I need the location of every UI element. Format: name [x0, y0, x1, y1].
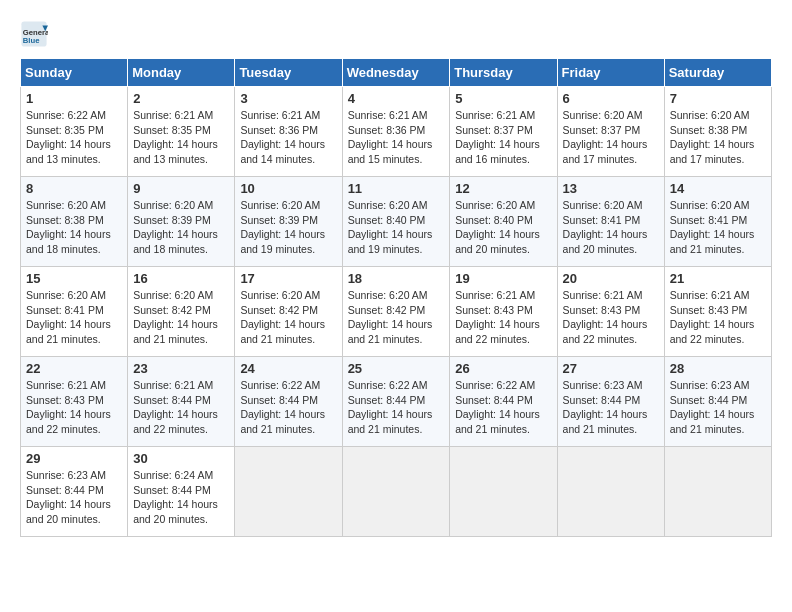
- calendar-cell: [235, 447, 342, 537]
- calendar-cell: 30Sunrise: 6:24 AMSunset: 8:44 PMDayligh…: [128, 447, 235, 537]
- day-info: Sunrise: 6:20 AMSunset: 8:38 PMDaylight:…: [26, 198, 122, 257]
- calendar-cell: 25Sunrise: 6:22 AMSunset: 8:44 PMDayligh…: [342, 357, 450, 447]
- day-info: Sunrise: 6:20 AMSunset: 8:39 PMDaylight:…: [240, 198, 336, 257]
- day-number: 18: [348, 271, 445, 286]
- day-info: Sunrise: 6:21 AMSunset: 8:36 PMDaylight:…: [240, 108, 336, 167]
- day-info: Sunrise: 6:20 AMSunset: 8:38 PMDaylight:…: [670, 108, 766, 167]
- day-number: 23: [133, 361, 229, 376]
- day-info: Sunrise: 6:24 AMSunset: 8:44 PMDaylight:…: [133, 468, 229, 527]
- calendar-cell: 6Sunrise: 6:20 AMSunset: 8:37 PMDaylight…: [557, 87, 664, 177]
- calendar-cell: 23Sunrise: 6:21 AMSunset: 8:44 PMDayligh…: [128, 357, 235, 447]
- calendar-cell: [342, 447, 450, 537]
- day-number: 12: [455, 181, 551, 196]
- day-info: Sunrise: 6:20 AMSunset: 8:42 PMDaylight:…: [133, 288, 229, 347]
- calendar-cell: 26Sunrise: 6:22 AMSunset: 8:44 PMDayligh…: [450, 357, 557, 447]
- calendar-cell: 15Sunrise: 6:20 AMSunset: 8:41 PMDayligh…: [21, 267, 128, 357]
- day-number: 9: [133, 181, 229, 196]
- week-row-5: 29Sunrise: 6:23 AMSunset: 8:44 PMDayligh…: [21, 447, 772, 537]
- calendar-cell: [450, 447, 557, 537]
- day-number: 27: [563, 361, 659, 376]
- day-number: 21: [670, 271, 766, 286]
- day-number: 14: [670, 181, 766, 196]
- calendar-cell: 8Sunrise: 6:20 AMSunset: 8:38 PMDaylight…: [21, 177, 128, 267]
- day-number: 4: [348, 91, 445, 106]
- day-number: 5: [455, 91, 551, 106]
- svg-text:Blue: Blue: [23, 36, 40, 45]
- day-info: Sunrise: 6:21 AMSunset: 8:35 PMDaylight:…: [133, 108, 229, 167]
- calendar-cell: 14Sunrise: 6:20 AMSunset: 8:41 PMDayligh…: [664, 177, 771, 267]
- day-info: Sunrise: 6:23 AMSunset: 8:44 PMDaylight:…: [26, 468, 122, 527]
- day-info: Sunrise: 6:20 AMSunset: 8:42 PMDaylight:…: [240, 288, 336, 347]
- calendar-cell: 22Sunrise: 6:21 AMSunset: 8:43 PMDayligh…: [21, 357, 128, 447]
- day-info: Sunrise: 6:20 AMSunset: 8:37 PMDaylight:…: [563, 108, 659, 167]
- calendar-cell: 19Sunrise: 6:21 AMSunset: 8:43 PMDayligh…: [450, 267, 557, 357]
- day-number: 22: [26, 361, 122, 376]
- day-number: 29: [26, 451, 122, 466]
- calendar-cell: 12Sunrise: 6:20 AMSunset: 8:40 PMDayligh…: [450, 177, 557, 267]
- logo: General Blue: [20, 20, 52, 48]
- day-number: 13: [563, 181, 659, 196]
- calendar-cell: 1Sunrise: 6:22 AMSunset: 8:35 PMDaylight…: [21, 87, 128, 177]
- day-info: Sunrise: 6:21 AMSunset: 8:37 PMDaylight:…: [455, 108, 551, 167]
- day-number: 11: [348, 181, 445, 196]
- weekday-header-monday: Monday: [128, 59, 235, 87]
- calendar-cell: 17Sunrise: 6:20 AMSunset: 8:42 PMDayligh…: [235, 267, 342, 357]
- day-number: 16: [133, 271, 229, 286]
- calendar-cell: 3Sunrise: 6:21 AMSunset: 8:36 PMDaylight…: [235, 87, 342, 177]
- calendar-cell: 27Sunrise: 6:23 AMSunset: 8:44 PMDayligh…: [557, 357, 664, 447]
- day-info: Sunrise: 6:22 AMSunset: 8:35 PMDaylight:…: [26, 108, 122, 167]
- calendar-cell: 2Sunrise: 6:21 AMSunset: 8:35 PMDaylight…: [128, 87, 235, 177]
- day-number: 2: [133, 91, 229, 106]
- day-number: 28: [670, 361, 766, 376]
- weekday-header-wednesday: Wednesday: [342, 59, 450, 87]
- day-number: 3: [240, 91, 336, 106]
- day-number: 30: [133, 451, 229, 466]
- calendar-cell: [664, 447, 771, 537]
- calendar-cell: 9Sunrise: 6:20 AMSunset: 8:39 PMDaylight…: [128, 177, 235, 267]
- calendar-cell: 5Sunrise: 6:21 AMSunset: 8:37 PMDaylight…: [450, 87, 557, 177]
- calendar-cell: 18Sunrise: 6:20 AMSunset: 8:42 PMDayligh…: [342, 267, 450, 357]
- calendar-table: SundayMondayTuesdayWednesdayThursdayFrid…: [20, 58, 772, 537]
- calendar-cell: 10Sunrise: 6:20 AMSunset: 8:39 PMDayligh…: [235, 177, 342, 267]
- day-info: Sunrise: 6:20 AMSunset: 8:39 PMDaylight:…: [133, 198, 229, 257]
- day-info: Sunrise: 6:21 AMSunset: 8:43 PMDaylight:…: [26, 378, 122, 437]
- weekday-header-saturday: Saturday: [664, 59, 771, 87]
- weekday-header-tuesday: Tuesday: [235, 59, 342, 87]
- header: General Blue: [20, 20, 772, 48]
- day-info: Sunrise: 6:22 AMSunset: 8:44 PMDaylight:…: [348, 378, 445, 437]
- day-info: Sunrise: 6:21 AMSunset: 8:43 PMDaylight:…: [455, 288, 551, 347]
- calendar-cell: 7Sunrise: 6:20 AMSunset: 8:38 PMDaylight…: [664, 87, 771, 177]
- calendar-cell: 20Sunrise: 6:21 AMSunset: 8:43 PMDayligh…: [557, 267, 664, 357]
- week-row-2: 8Sunrise: 6:20 AMSunset: 8:38 PMDaylight…: [21, 177, 772, 267]
- day-info: Sunrise: 6:22 AMSunset: 8:44 PMDaylight:…: [240, 378, 336, 437]
- day-info: Sunrise: 6:21 AMSunset: 8:36 PMDaylight:…: [348, 108, 445, 167]
- day-number: 24: [240, 361, 336, 376]
- calendar-cell: 13Sunrise: 6:20 AMSunset: 8:41 PMDayligh…: [557, 177, 664, 267]
- day-info: Sunrise: 6:21 AMSunset: 8:43 PMDaylight:…: [563, 288, 659, 347]
- day-info: Sunrise: 6:20 AMSunset: 8:42 PMDaylight:…: [348, 288, 445, 347]
- calendar-cell: 21Sunrise: 6:21 AMSunset: 8:43 PMDayligh…: [664, 267, 771, 357]
- calendar-cell: 28Sunrise: 6:23 AMSunset: 8:44 PMDayligh…: [664, 357, 771, 447]
- calendar-cell: 24Sunrise: 6:22 AMSunset: 8:44 PMDayligh…: [235, 357, 342, 447]
- weekday-header-friday: Friday: [557, 59, 664, 87]
- day-number: 19: [455, 271, 551, 286]
- day-number: 1: [26, 91, 122, 106]
- day-info: Sunrise: 6:20 AMSunset: 8:40 PMDaylight:…: [348, 198, 445, 257]
- day-info: Sunrise: 6:21 AMSunset: 8:44 PMDaylight:…: [133, 378, 229, 437]
- calendar-cell: [557, 447, 664, 537]
- day-number: 20: [563, 271, 659, 286]
- day-info: Sunrise: 6:23 AMSunset: 8:44 PMDaylight:…: [563, 378, 659, 437]
- calendar-cell: 4Sunrise: 6:21 AMSunset: 8:36 PMDaylight…: [342, 87, 450, 177]
- day-info: Sunrise: 6:20 AMSunset: 8:41 PMDaylight:…: [563, 198, 659, 257]
- weekday-header-thursday: Thursday: [450, 59, 557, 87]
- day-number: 25: [348, 361, 445, 376]
- calendar-cell: 16Sunrise: 6:20 AMSunset: 8:42 PMDayligh…: [128, 267, 235, 357]
- day-info: Sunrise: 6:23 AMSunset: 8:44 PMDaylight:…: [670, 378, 766, 437]
- day-number: 15: [26, 271, 122, 286]
- week-row-1: 1Sunrise: 6:22 AMSunset: 8:35 PMDaylight…: [21, 87, 772, 177]
- day-number: 17: [240, 271, 336, 286]
- day-number: 10: [240, 181, 336, 196]
- day-number: 8: [26, 181, 122, 196]
- week-row-3: 15Sunrise: 6:20 AMSunset: 8:41 PMDayligh…: [21, 267, 772, 357]
- day-info: Sunrise: 6:20 AMSunset: 8:40 PMDaylight:…: [455, 198, 551, 257]
